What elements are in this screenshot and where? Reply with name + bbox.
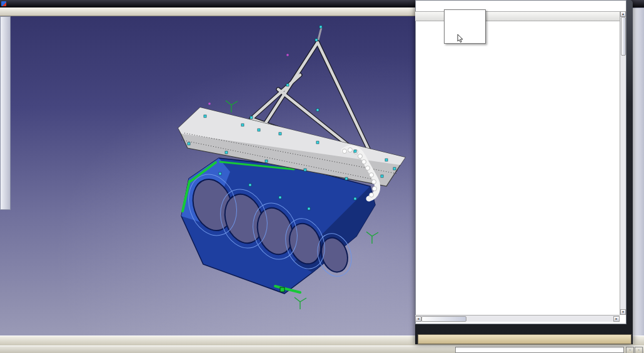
catia-app-icon [1,1,6,6]
right-toolbar [632,7,644,339]
mouse-cursor [457,34,465,43]
vertical-scrollbar[interactable]: ▲ ▼ [620,11,626,315]
hscroll-thumb[interactable] [421,316,466,322]
scroll-down-arrow[interactable]: ▼ [620,309,626,315]
catia-logo [633,322,644,327]
scroll-left-arrow[interactable]: ◄ [415,316,421,322]
scroll-right-arrow[interactable]: ► [613,316,620,322]
status-button-1[interactable]: ▫ [626,347,634,353]
status-input[interactable] [455,347,624,353]
specification-tree [0,16,213,336]
feature-filter-dropdown [444,9,486,44]
dialog-bottom-frame [418,334,631,344]
dialog-content: ▲ ▼ ◄ ► [415,0,626,324]
left-toolbar [0,16,11,210]
status-button-2[interactable]: ▫ [635,347,643,353]
scroll-up-arrow[interactable]: ▲ [620,11,626,17]
vscroll-thumb[interactable] [621,17,626,56]
status-text [0,347,3,352]
horizontal-scrollbar[interactable]: ◄ ► [415,315,620,322]
search-link-random-dialog: ▲ ▼ ◄ ► [415,0,633,344]
